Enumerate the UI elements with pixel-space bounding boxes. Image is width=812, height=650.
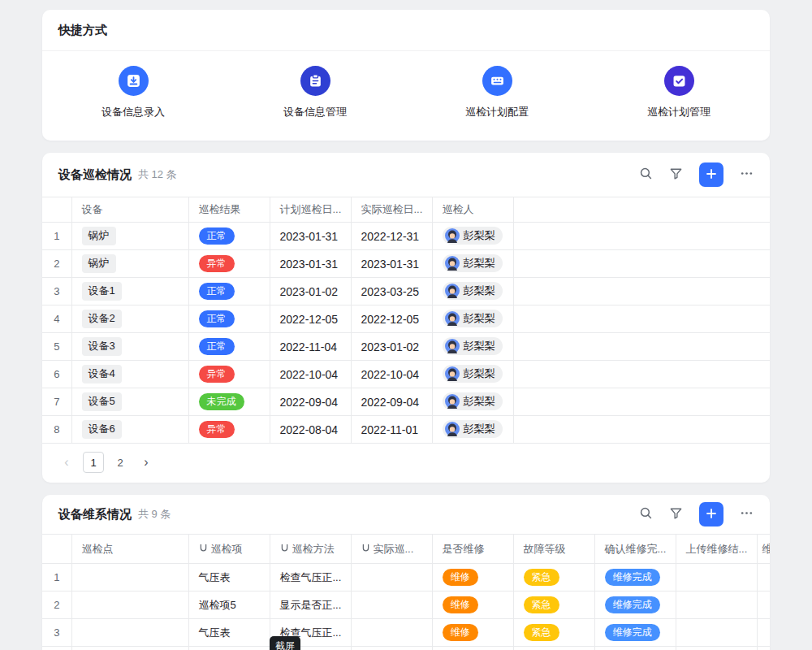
shortcut-plan-manage[interactable]: 巡检计划管理 (588, 66, 770, 119)
column-cutoff[interactable]: 维 (757, 535, 770, 564)
column-point[interactable]: 巡检点 (71, 535, 188, 564)
shortcut-device-manage[interactable]: 设备信息管理 (224, 66, 406, 119)
cell-actual-date[interactable]: 2022-11-01 (351, 416, 432, 444)
cell-repair[interactable]: 维修 (432, 647, 513, 650)
cell-inspector[interactable]: 彭梨梨 (432, 361, 513, 388)
cell-point[interactable] (71, 592, 188, 619)
cell-device[interactable]: 设备2 (71, 306, 188, 333)
page-2-button[interactable]: 2 (110, 453, 130, 472)
cell-actual-date[interactable]: 2022-10-04 (351, 361, 432, 388)
cell-actual-date[interactable]: 2022-09-04 (351, 388, 432, 416)
cell-level[interactable]: 紧急 (513, 564, 594, 592)
add-record-button[interactable] (699, 502, 723, 526)
table-row[interactable]: 4 设备2 正常 2022-12-05 2022-12-05 彭梨梨 (42, 306, 770, 333)
cell-repair[interactable]: 维修 (432, 619, 513, 647)
cell-level[interactable]: 紧急 (513, 592, 594, 619)
column-planned-date[interactable]: 计划巡检日... (270, 197, 351, 223)
prev-page-button[interactable]: ‹ (57, 453, 76, 472)
cell-result[interactable]: 正常 (188, 223, 270, 250)
cell-inspector[interactable]: 彭梨梨 (432, 333, 513, 361)
cell-upload[interactable] (676, 619, 757, 647)
cell-planned-date[interactable]: 2022-10-04 (270, 361, 351, 388)
cell-planned-date[interactable]: 2023-01-02 (270, 278, 351, 306)
table-row[interactable]: 4 巡检项5 检查是否泄... 维修 紧急 维修完成 (42, 647, 770, 650)
column-method[interactable]: 巡检方法 (270, 535, 351, 564)
cell-item[interactable]: 巡检项5 (188, 647, 270, 650)
column-inspector[interactable]: 巡检人 (432, 197, 513, 223)
cell-device[interactable]: 设备4 (71, 361, 188, 388)
cell-level[interactable]: 紧急 (513, 647, 594, 650)
cell-method[interactable]: 检查气压正... (270, 564, 351, 592)
table-row[interactable]: 3 气压表 检查气压正... 维修 紧急 维修完成 (42, 619, 770, 647)
cell-upload[interactable] (676, 564, 757, 592)
cell-device[interactable]: 锅炉 (71, 250, 188, 278)
table-row[interactable]: 1 锅炉 正常 2023-01-31 2022-12-31 彭梨梨 (42, 223, 770, 250)
table-row[interactable]: 6 设备4 异常 2022-10-04 2022-10-04 彭梨梨 (42, 361, 770, 388)
cell-device[interactable]: 设备5 (71, 388, 188, 416)
shortcut-plan-config[interactable]: 巡检计划配置 (406, 66, 588, 119)
cell-planned-date[interactable]: 2022-12-05 (270, 306, 351, 333)
table-row[interactable]: 7 设备5 未完成 2022-09-04 2022-09-04 彭梨梨 (42, 388, 770, 416)
column-item[interactable]: 巡检项 (188, 535, 270, 564)
cell-confirm[interactable]: 维修完成 (594, 647, 676, 650)
cell-actual[interactable] (351, 564, 432, 592)
column-result[interactable]: 巡检结果 (188, 197, 270, 223)
filter-button[interactable] (669, 167, 683, 183)
cell-upload[interactable] (676, 647, 757, 650)
column-actual-date[interactable]: 实际巡检日... (351, 197, 432, 223)
cell-actual-date[interactable]: 2022-12-05 (351, 306, 432, 333)
next-page-button[interactable]: › (136, 453, 156, 472)
cell-actual[interactable] (351, 592, 432, 619)
shortcut-device-entry[interactable]: 设备信息录入 (42, 66, 224, 119)
cell-actual[interactable] (351, 647, 432, 650)
cell-cutoff[interactable] (757, 592, 770, 619)
search-button[interactable] (639, 167, 653, 183)
cell-inspector[interactable]: 彭梨梨 (432, 416, 513, 444)
cell-device[interactable]: 设备1 (71, 278, 188, 306)
column-actual[interactable]: 实际巡... (351, 535, 432, 564)
cell-inspector[interactable]: 彭梨梨 (432, 306, 513, 333)
cell-actual-date[interactable]: 2023-03-25 (351, 278, 432, 306)
cell-item[interactable]: 气压表 (188, 619, 270, 647)
filter-button[interactable] (669, 506, 683, 522)
cell-confirm[interactable]: 维修完成 (594, 619, 676, 647)
cell-actual-date[interactable]: 2023-01-02 (351, 333, 432, 361)
cell-result[interactable]: 异常 (188, 250, 270, 278)
cell-inspector[interactable]: 彭梨梨 (432, 388, 513, 416)
cell-result[interactable]: 异常 (188, 416, 270, 444)
cell-device[interactable]: 设备6 (71, 416, 188, 444)
table-row[interactable]: 5 设备3 正常 2022-11-04 2023-01-02 彭梨梨 (42, 333, 770, 361)
cell-confirm[interactable]: 维修完成 (594, 564, 676, 592)
column-upload[interactable]: 上传维修结... (676, 535, 757, 564)
cell-result[interactable]: 异常 (188, 361, 270, 388)
column-confirm[interactable]: 确认维修完... (594, 535, 676, 564)
cell-method[interactable]: 显示是否正... (270, 592, 351, 619)
cell-inspector[interactable]: 彭梨梨 (432, 223, 513, 250)
cell-inspector[interactable]: 彭梨梨 (432, 278, 513, 306)
table-row[interactable]: 3 设备1 正常 2023-01-02 2023-03-25 彭梨梨 (42, 278, 770, 306)
cell-repair[interactable]: 维修 (432, 564, 513, 592)
table-row[interactable]: 2 巡检项5 显示是否正... 维修 紧急 维修完成 (42, 592, 770, 619)
cell-device[interactable]: 锅炉 (71, 223, 188, 250)
cell-item[interactable]: 气压表 (188, 564, 270, 592)
cell-planned-date[interactable]: 2022-11-04 (270, 333, 351, 361)
add-record-button[interactable] (699, 162, 723, 187)
cell-planned-date[interactable]: 2022-09-04 (270, 388, 351, 416)
column-level[interactable]: 故障等级 (513, 535, 594, 564)
cell-actual-date[interactable]: 2023-01-31 (351, 250, 432, 278)
cell-result[interactable]: 未完成 (188, 388, 270, 416)
cell-result[interactable]: 正常 (188, 333, 270, 361)
cell-planned-date[interactable]: 2023-01-31 (270, 223, 351, 250)
cell-point[interactable] (71, 619, 188, 647)
cell-actual[interactable] (351, 619, 432, 647)
cell-planned-date[interactable]: 2023-01-31 (270, 250, 351, 278)
cell-item[interactable]: 巡检项5 (188, 592, 270, 619)
table-row[interactable]: 1 气压表 检查气压正... 维修 紧急 维修完成 (42, 564, 770, 592)
more-button[interactable] (740, 506, 754, 522)
cell-confirm[interactable]: 维修完成 (594, 592, 676, 619)
search-button[interactable] (639, 506, 653, 522)
cell-cutoff[interactable] (757, 564, 770, 592)
column-device[interactable]: 设备 (71, 197, 188, 223)
table-row[interactable]: 8 设备6 异常 2022-08-04 2022-11-01 彭梨梨 (42, 416, 770, 444)
cell-upload[interactable] (676, 592, 757, 619)
